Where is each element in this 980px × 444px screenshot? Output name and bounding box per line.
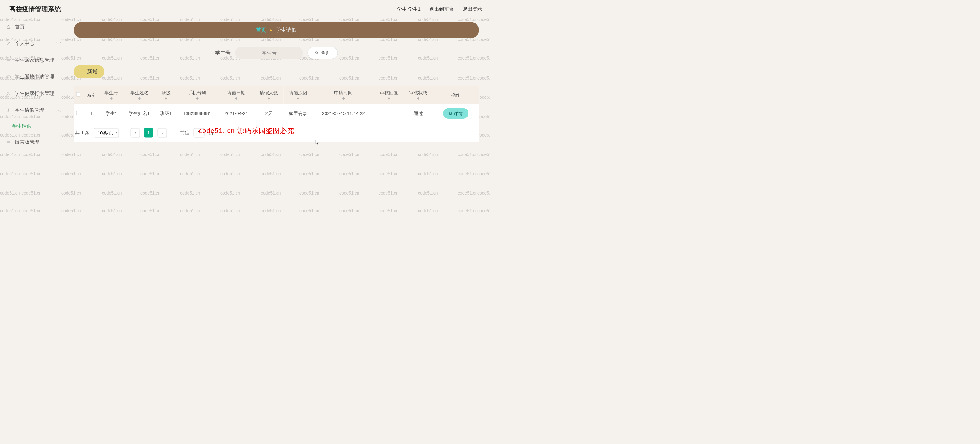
page-suffix: 页	[209, 129, 213, 136]
page-size-select[interactable]: 10条/页	[94, 128, 119, 137]
logout-link[interactable]: 退出登录	[463, 6, 482, 13]
doc-icon	[449, 111, 452, 116]
th-student-name[interactable]: 学生姓名	[125, 89, 154, 96]
sort-icon[interactable]: ◆	[220, 96, 253, 100]
sort-icon[interactable]: ◆	[178, 96, 216, 100]
svg-rect-5	[7, 141, 10, 144]
sidebar-home-info-label: 学生居家信息管理	[15, 57, 54, 64]
main-content: 首页 ★ 学生请假 学生号 查询 ＋ 新增 索引	[66, 19, 490, 222]
row-checkbox[interactable]	[76, 111, 80, 115]
cell-student-name: 学生姓名1	[123, 104, 156, 123]
add-button-label: 新增	[87, 68, 98, 75]
sort-icon[interactable]: ◆	[256, 96, 282, 100]
th-review-status[interactable]: 审核状态	[405, 89, 431, 96]
goto-page-input[interactable]	[194, 128, 205, 137]
sidebar-item-personal[interactable]: 个人中心 ﹀	[0, 35, 66, 52]
cell-leave-days: 2天	[255, 104, 284, 123]
sidebar: 首页 个人中心 ﹀ 学生居家信息管理 学生返校申请管理 学生健康打卡管理 学生请…	[0, 19, 66, 222]
cell-class: 班级1	[156, 104, 176, 123]
cell-leave-reason: 家里有事	[284, 104, 313, 123]
prev-page-button[interactable]: ‹	[130, 128, 140, 137]
goto-label: 前往	[180, 129, 189, 136]
svg-point-0	[8, 42, 10, 43]
table-header-row: 索引 学生号◆ 学生姓名◆ 班级◆ 手机号码◆ 请假日期◆ 请假天数◆ 请假原因…	[73, 86, 479, 104]
select-all-checkbox[interactable]	[76, 93, 80, 96]
back-to-front-link[interactable]: 退出到前台	[430, 6, 454, 13]
square-icon	[6, 57, 11, 62]
th-index[interactable]: 索引	[85, 91, 98, 98]
user-label[interactable]: 学生 学生1	[397, 6, 421, 13]
cell-review-status: 通过	[404, 104, 433, 123]
sort-icon[interactable]: ◆	[315, 96, 372, 100]
th-apply-time[interactable]: 申请时间	[315, 89, 372, 96]
sidebar-item-health[interactable]: 学生健康打卡管理	[0, 85, 66, 102]
search-icon	[315, 50, 319, 56]
svg-point-6	[316, 51, 318, 53]
th-leave-reason[interactable]: 请假原因	[285, 89, 311, 96]
sidebar-message-board-label: 留言板管理	[15, 139, 40, 145]
topbar-right: 学生 学生1 退出到前台 退出登录	[397, 6, 482, 13]
breadcrumb-current: 学生请假	[276, 27, 297, 34]
th-class[interactable]: 班级	[158, 89, 174, 96]
sort-icon[interactable]: ◆	[285, 96, 311, 100]
sort-icon[interactable]: ◆	[376, 96, 402, 100]
th-phone[interactable]: 手机号码	[178, 89, 216, 96]
sort-icon[interactable]: ◆	[102, 96, 121, 100]
home-icon	[6, 24, 11, 29]
star-icon: ★	[269, 27, 273, 33]
clock-icon	[6, 91, 11, 96]
pagination: 共 1 条 10条/页 ‹ 1 › 前往 页	[73, 123, 479, 142]
sidebar-item-return-apply[interactable]: 学生返校申请管理	[0, 69, 66, 85]
topbar: 高校疫情管理系统 学生 学生1 退出到前台 退出登录	[0, 0, 490, 19]
message-icon	[6, 140, 11, 145]
cell-leave-date: 2021-04-21	[218, 104, 255, 123]
sidebar-item-leave-mgmt[interactable]: 学生请假管理 ︿	[0, 102, 66, 118]
sidebar-leave-mgmt-label: 学生请假管理	[15, 107, 45, 113]
sidebar-item-home-info[interactable]: 学生居家信息管理	[0, 52, 66, 69]
pagination-total: 共 1 条	[75, 129, 90, 136]
sidebar-item-home[interactable]: 首页	[0, 19, 66, 35]
next-page-button[interactable]: ›	[158, 128, 167, 137]
table-row: 1 学生1 学生姓名1 班级1 13823888881 2021-04-21 2…	[73, 104, 479, 123]
search-input[interactable]	[235, 47, 303, 59]
th-review-reply[interactable]: 审核回复	[376, 89, 402, 96]
cell-apply-time: 2021-04-15 11:44:22	[313, 104, 374, 123]
cell-student-no: 学生1	[100, 104, 123, 123]
sort-icon[interactable]: ◆	[158, 96, 174, 100]
detail-button-label: 详情	[453, 110, 463, 117]
search-row: 学生号 查询	[73, 47, 479, 59]
th-leave-days[interactable]: 请假天数	[256, 89, 282, 96]
svg-point-4	[8, 109, 9, 110]
sort-icon[interactable]: ◆	[405, 96, 431, 100]
sidebar-home-label: 首页	[15, 24, 25, 30]
th-action: 操作	[434, 91, 477, 98]
search-button[interactable]: 查询	[308, 47, 338, 59]
page-number-current[interactable]: 1	[144, 128, 153, 137]
svg-rect-2	[7, 75, 10, 78]
sidebar-item-message-board[interactable]: 留言板管理	[0, 134, 66, 150]
search-label: 学生号	[215, 50, 231, 56]
sidebar-health-label: 学生健康打卡管理	[15, 90, 54, 97]
search-button-label: 查询	[321, 50, 331, 56]
th-student-no[interactable]: 学生号	[102, 89, 121, 96]
sidebar-return-apply-label: 学生返校申请管理	[15, 73, 54, 80]
user-icon	[6, 41, 11, 46]
detail-button[interactable]: 详情	[443, 108, 468, 119]
chevron-up-icon: ︿	[56, 107, 61, 113]
gear-icon	[6, 108, 11, 113]
sort-icon[interactable]: ◆	[125, 96, 154, 100]
chevron-down-icon: ﹀	[56, 40, 61, 47]
cell-index: 1	[83, 104, 100, 123]
app-title: 高校疫情管理系统	[9, 5, 61, 14]
cell-phone: 13823888881	[176, 104, 218, 123]
breadcrumb-home[interactable]: 首页	[256, 27, 266, 34]
svg-rect-1	[7, 59, 10, 61]
cell-review-reply	[374, 104, 404, 123]
th-leave-date[interactable]: 请假日期	[220, 89, 253, 96]
sidebar-personal-label: 个人中心	[15, 40, 35, 47]
add-button[interactable]: ＋ 新增	[73, 65, 104, 78]
sidebar-subitem-leave[interactable]: 学生请假	[0, 118, 66, 134]
data-table: 索引 学生号◆ 学生姓名◆ 班级◆ 手机号码◆ 请假日期◆ 请假天数◆ 请假原因…	[73, 86, 479, 142]
breadcrumb: 首页 ★ 学生请假	[73, 22, 479, 38]
square-outline-icon	[6, 74, 11, 79]
